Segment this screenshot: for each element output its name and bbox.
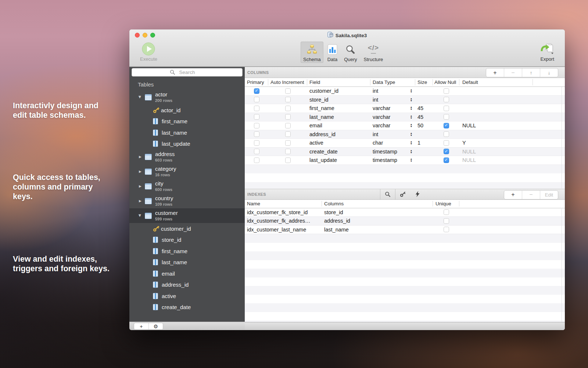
disclosure-triangle-icon[interactable] (139, 184, 145, 188)
allow-null-checkbox[interactable] (444, 149, 449, 154)
sidebar-table-country[interactable]: country109 rows (129, 194, 245, 208)
sidebar-column-last_name2[interactable]: last_name (129, 257, 245, 268)
primary-checkbox[interactable] (254, 158, 259, 163)
sidebar-column-active[interactable]: active (129, 290, 245, 302)
index-columns[interactable]: last_name (322, 226, 433, 234)
auto-increment-checkbox[interactable] (285, 88, 291, 94)
field-name[interactable]: last_name (307, 113, 370, 121)
field-name[interactable]: customer_id (307, 87, 370, 95)
size-value[interactable] (415, 148, 433, 156)
index-name[interactable]: idx_customer_last_name (245, 226, 322, 234)
allow-null-checkbox[interactable] (444, 97, 449, 102)
size-value[interactable]: 45 (415, 104, 433, 113)
tab-schema[interactable]: Schema (301, 42, 323, 63)
sidebar-column-create_date[interactable]: create_date (129, 302, 245, 313)
data-type-stepper[interactable] (407, 130, 415, 139)
size-value[interactable] (415, 96, 433, 104)
disclosure-triangle-icon[interactable] (139, 170, 145, 173)
sidebar-column-actor_id[interactable]: actor_id (129, 105, 245, 116)
field-name[interactable]: first_name (307, 104, 370, 113)
titlebar[interactable]: Sakila.sqlite3 (129, 29, 565, 41)
auto-increment-checkbox[interactable] (285, 114, 291, 120)
default-value[interactable]: NULL (459, 148, 533, 156)
column-row-customer_id[interactable]: customer_id int (245, 87, 565, 96)
disclosure-triangle-icon[interactable] (139, 155, 145, 159)
field-name[interactable]: email (307, 121, 370, 130)
data-type-stepper[interactable] (407, 139, 415, 147)
sidebar-column-customer_id[interactable]: customer_id (129, 223, 245, 234)
data-type-value[interactable]: timestamp (370, 148, 407, 156)
field-name[interactable]: address_id (307, 130, 370, 139)
size-value[interactable]: 50 (415, 121, 433, 130)
auto-increment-checkbox[interactable] (285, 131, 291, 137)
primary-checkbox[interactable] (254, 149, 259, 154)
allow-null-checkbox[interactable] (444, 123, 449, 128)
auto-increment-checkbox[interactable] (285, 149, 291, 154)
size-value[interactable] (415, 130, 433, 139)
sidebar-table-category[interactable]: category16 rows (129, 164, 245, 179)
column-row-last_update[interactable]: last_update timestamp NULL (245, 156, 565, 165)
default-value[interactable]: NULL (459, 156, 533, 164)
data-type-value[interactable]: int (370, 130, 407, 139)
allow-null-checkbox[interactable] (444, 158, 449, 163)
allow-null-checkbox[interactable] (444, 131, 449, 137)
data-type-value[interactable]: int (370, 87, 407, 95)
execute-button[interactable]: Execute (137, 41, 160, 63)
sidebar-column-first_name[interactable]: first_name (129, 116, 245, 127)
default-value[interactable]: NULL (459, 121, 533, 130)
primary-checkbox[interactable] (254, 123, 259, 128)
primary-checkbox[interactable] (254, 131, 259, 137)
primary-checkbox[interactable] (254, 140, 259, 146)
default-value[interactable] (459, 87, 533, 95)
sidebar-table-city[interactable]: city600 rows (129, 179, 245, 194)
auto-increment-checkbox[interactable] (285, 106, 291, 111)
data-type-stepper[interactable] (407, 148, 415, 156)
export-button[interactable]: Export (538, 41, 557, 63)
triggers-tab[interactable] (410, 189, 425, 199)
disclosure-triangle-icon[interactable] (139, 95, 145, 99)
data-type-value[interactable]: varchar (370, 113, 407, 121)
data-type-stepper[interactable] (407, 121, 415, 130)
unique-checkbox[interactable] (444, 209, 449, 215)
sidebar-settings-button[interactable] (148, 323, 163, 329)
column-row-active[interactable]: active char 1 Y (245, 139, 565, 148)
allow-null-checkbox[interactable] (444, 88, 449, 94)
auto-increment-checkbox[interactable] (285, 123, 291, 128)
column-row-email[interactable]: email varchar 50 NULL (245, 121, 565, 130)
index-row-store_id[interactable]: idx_customer_fk_store_id store_id (245, 208, 565, 217)
remove-index-button[interactable]: − (522, 191, 540, 199)
field-name[interactable]: last_update (307, 156, 370, 164)
index-name[interactable]: idx_customer_fk_store_id (245, 208, 322, 217)
column-row-last_name[interactable]: last_name varchar 45 (245, 113, 565, 122)
data-type-value[interactable]: varchar (370, 104, 407, 113)
sidebar-column-last_update[interactable]: last_update (129, 138, 245, 150)
auto-increment-checkbox[interactable] (285, 140, 291, 146)
index-row-last_name[interactable]: idx_customer_last_name last_name (245, 226, 565, 234)
column-row-first_name[interactable]: first_name varchar 45 (245, 104, 565, 113)
tab-data[interactable]: Data (325, 42, 340, 63)
column-row-address_id[interactable]: address_id int (245, 130, 565, 139)
data-type-stepper[interactable] (407, 87, 415, 95)
sidebar-column-address_id[interactable]: address_id (129, 279, 245, 291)
size-value[interactable] (415, 156, 433, 164)
allow-null-checkbox[interactable] (444, 140, 449, 146)
remove-column-button[interactable]: − (504, 68, 522, 77)
primary-checkbox[interactable] (254, 88, 259, 94)
default-value[interactable] (459, 96, 533, 104)
data-type-stepper[interactable] (407, 156, 415, 164)
tab-structure[interactable]: </> Structure (361, 42, 386, 63)
allow-null-checkbox[interactable] (444, 114, 449, 120)
index-name[interactable]: idx_customer_fk_addres… (245, 217, 322, 225)
move-column-up-button[interactable]: ↑ (522, 68, 540, 77)
tab-query[interactable]: Query (341, 42, 359, 63)
sidebar-column-email[interactable]: email (129, 268, 245, 279)
sidebar-column-first_name2[interactable]: first_name (129, 245, 245, 257)
column-row-store_id[interactable]: store_id int (245, 96, 565, 105)
allow-null-checkbox[interactable] (444, 106, 449, 111)
add-index-button[interactable]: + (504, 191, 522, 199)
disclosure-triangle-icon[interactable] (139, 214, 145, 217)
data-type-stepper[interactable] (407, 96, 415, 104)
column-row-create_date[interactable]: create_date timestamp NULL (245, 148, 565, 156)
size-value[interactable] (415, 87, 433, 95)
move-column-down-button[interactable]: ↓ (540, 68, 558, 77)
